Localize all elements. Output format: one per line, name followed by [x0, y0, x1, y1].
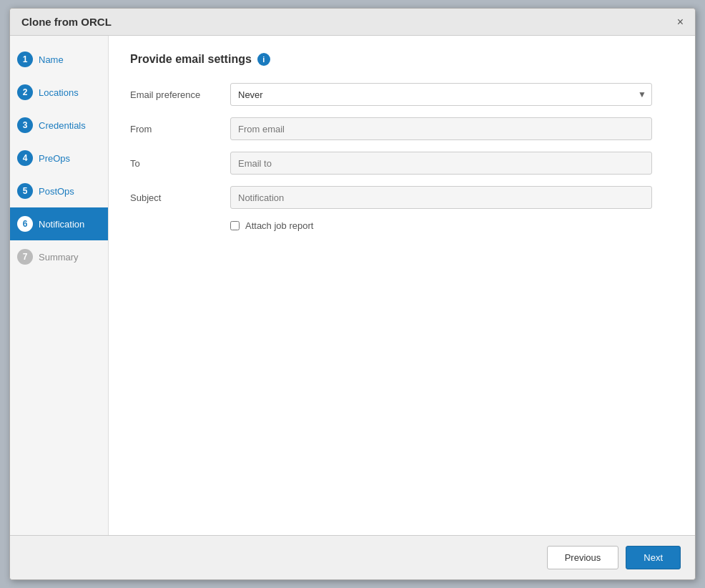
sidebar-label-name: Name: [39, 54, 64, 65]
sidebar-label-summary: Summary: [39, 252, 79, 263]
step-badge-1: 1: [17, 52, 33, 67]
dialog-title: Clone from ORCL: [21, 16, 112, 28]
step-badge-4: 4: [17, 150, 33, 166]
sidebar-item-credentials[interactable]: 3 Credentials: [10, 109, 108, 142]
previous-button[interactable]: Previous: [547, 546, 619, 569]
to-row: To: [130, 152, 674, 175]
main-content: Provide email settings i Email preferenc…: [109, 36, 695, 535]
subject-label: Subject: [130, 192, 230, 203]
close-button[interactable]: ×: [677, 16, 684, 28]
sidebar-item-locations[interactable]: 2 Locations: [10, 76, 108, 109]
step-badge-6: 6: [17, 216, 33, 232]
section-title: Provide email settings i: [130, 53, 674, 66]
clone-dialog: Clone from ORCL × 1 Name 2 Locations 3 C…: [9, 8, 696, 580]
sidebar-label-notification: Notification: [39, 219, 84, 230]
sidebar-item-postops[interactable]: 5 PostOps: [10, 175, 108, 207]
info-icon[interactable]: i: [257, 53, 270, 66]
from-input[interactable]: [230, 117, 652, 140]
to-label: To: [130, 158, 230, 169]
email-preference-select-wrapper: Never Always On Failure On Success ▼: [230, 83, 652, 106]
subject-input[interactable]: [230, 186, 652, 209]
sidebar-item-summary[interactable]: 7 Summary: [10, 240, 108, 273]
email-preference-label: Email preference: [130, 89, 230, 100]
attach-job-report-label[interactable]: Attach job report: [245, 220, 313, 231]
sidebar-item-notification[interactable]: 6 Notification: [10, 207, 108, 240]
attach-job-report-checkbox[interactable]: [230, 221, 240, 230]
from-label: From: [130, 124, 230, 134]
dialog-header: Clone from ORCL ×: [10, 9, 695, 36]
sidebar-label-preops: PreOps: [39, 153, 70, 164]
dialog-footer: Previous Next: [10, 535, 695, 579]
next-button[interactable]: Next: [626, 546, 681, 569]
sidebar-label-locations: Locations: [39, 87, 79, 98]
to-input[interactable]: [230, 152, 652, 175]
email-preference-select[interactable]: Never Always On Failure On Success: [230, 83, 652, 106]
sidebar-item-preops[interactable]: 4 PreOps: [10, 142, 108, 175]
sidebar-item-name[interactable]: 1 Name: [10, 43, 108, 76]
step-badge-3: 3: [17, 117, 33, 133]
step-badge-5: 5: [17, 183, 33, 199]
email-preference-row: Email preference Never Always On Failure…: [130, 83, 674, 106]
step-badge-7: 7: [17, 249, 33, 265]
sidebar-label-credentials: Credentials: [39, 120, 86, 131]
subject-row: Subject: [130, 186, 674, 209]
attach-job-report-row: Attach job report: [230, 220, 674, 231]
sidebar: 1 Name 2 Locations 3 Credentials 4 PreOp…: [10, 36, 109, 535]
sidebar-label-postops: PostOps: [39, 186, 74, 197]
dialog-body: 1 Name 2 Locations 3 Credentials 4 PreOp…: [10, 36, 695, 535]
step-badge-2: 2: [17, 84, 33, 100]
from-row: From: [130, 117, 674, 140]
